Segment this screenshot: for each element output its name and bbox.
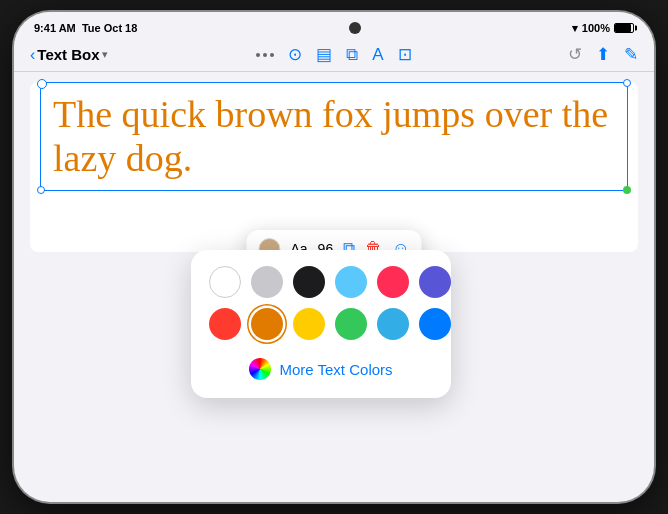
color-yellow[interactable] (293, 308, 325, 340)
status-right: ▾ 100% (572, 22, 634, 35)
wifi-icon: ▾ (572, 22, 578, 35)
color-red[interactable] (209, 308, 241, 340)
color-white[interactable] (209, 266, 241, 298)
media-icon[interactable]: ⊡ (398, 44, 412, 65)
format-icon[interactable]: ▤ (316, 44, 332, 65)
canvas: The quick brown fox jumps over the lazy … (30, 82, 638, 252)
color-pink[interactable] (377, 266, 409, 298)
color-wheel-icon (249, 358, 271, 380)
toolbar: ‹ Text Box ▾ ⊙ ▤ ⧉ A ⊡ ↺ ⬆ ✎ (14, 38, 654, 72)
toolbar-left: ‹ Text Box ▾ (30, 46, 182, 64)
color-purple[interactable] (419, 266, 451, 298)
toolbar-center: ⊙ ▤ ⧉ A ⊡ (182, 44, 486, 65)
edit-icon[interactable]: ✎ (624, 44, 638, 65)
more-colors-button[interactable]: More Text Colors (209, 354, 433, 384)
status-bar: 9:41 AM Tue Oct 18 ▾ 100% (14, 12, 654, 38)
text-box[interactable]: The quick brown fox jumps over the lazy … (40, 82, 628, 191)
battery-icon (614, 23, 634, 33)
color-grid (209, 266, 433, 340)
handle-top-right (623, 79, 631, 87)
main-text: The quick brown fox jumps over the lazy … (53, 93, 615, 180)
device: 9:41 AM Tue Oct 18 ▾ 100% ‹ Text Box ▾ ⊙… (14, 12, 654, 502)
undo-icon[interactable]: ↺ (568, 44, 582, 65)
back-button[interactable]: ‹ Text Box ▾ (30, 46, 108, 64)
color-blue[interactable] (419, 308, 451, 340)
more-colors-label: More Text Colors (279, 361, 392, 378)
battery-percent: 100% (582, 22, 610, 34)
share-icon[interactable]: ⬆ (596, 44, 610, 65)
color-light-gray[interactable] (251, 266, 283, 298)
toolbar-right: ↺ ⬆ ✎ (486, 44, 638, 65)
more-options[interactable] (256, 53, 274, 57)
color-teal[interactable] (335, 266, 367, 298)
color-black[interactable] (293, 266, 325, 298)
search-icon[interactable]: ⊙ (288, 44, 302, 65)
status-time: 9:41 AM Tue Oct 18 (34, 22, 137, 34)
color-orange[interactable] (251, 308, 283, 340)
dropdown-arrow-icon: ▾ (102, 48, 108, 61)
text-icon[interactable]: A (372, 45, 383, 65)
back-chevron-icon: ‹ (30, 46, 35, 64)
color-green[interactable] (335, 308, 367, 340)
handle-bottom-left (37, 186, 45, 194)
color-picker: More Text Colors (191, 250, 451, 398)
copy-icon[interactable]: ⧉ (346, 45, 358, 65)
color-cyan[interactable] (377, 308, 409, 340)
camera (349, 22, 361, 34)
page-title: Text Box (37, 46, 99, 63)
